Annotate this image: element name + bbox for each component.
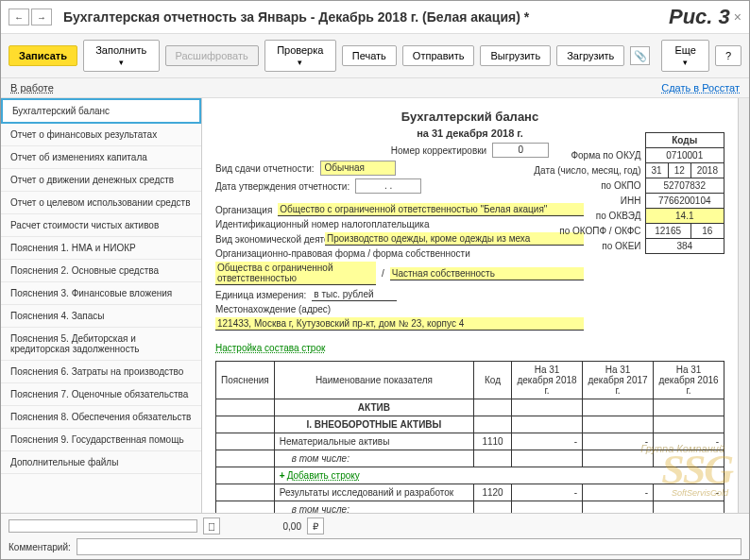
download-button[interactable]: Загрузить [556,45,624,66]
sidebar: Бухгалтерский баланс Отчет о финансовых … [1,98,202,513]
delivery-type-field[interactable]: Обычная [320,161,396,176]
figure-label: Рис. 3 [669,5,730,29]
codes-table: Коды Форма по ОКУД0710001 Дата (число, м… [528,132,724,254]
footer-slider[interactable] [9,519,197,533]
comment-label: Комментарий: [9,542,71,552]
check-button[interactable]: Проверка [264,40,336,72]
correction-label: Номер корректировки [391,145,486,156]
okud: 0710001 [645,148,724,163]
sidebar-item-notes4[interactable]: Пояснения 4. Запасы [1,305,201,328]
scrollbar[interactable] [738,98,749,513]
window-title: Бухгалтерская отчетность за Январь - Дек… [63,9,669,25]
balance-grid: Пояснения Наименование показателя Код На… [215,361,724,513]
approve-date-field[interactable]: . . [355,178,421,194]
sidebar-item-notes3[interactable]: Пояснения 3. Финансовые вложения [1,282,201,305]
comment-input[interactable] [77,538,741,555]
nav-back[interactable]: ← [9,8,29,25]
okved[interactable]: 14.1 [645,209,724,224]
sidebar-item-notes7[interactable]: Пояснения 7. Оценочные обязательства [1,383,201,406]
sidebar-item-notes8[interactable]: Пояснения 8. Обеспечения обязательств [1,406,201,429]
sidebar-item-files[interactable]: Дополнительные файлы [1,451,201,474]
currency-badge: ₽ [307,518,324,535]
upload-button[interactable]: Выгрузить [480,45,551,66]
sidebar-item-notes5[interactable]: Пояснения 5. Дебиторская и кредиторская … [1,328,201,361]
legal-form2-field[interactable]: Частная собственность [390,267,584,280]
form-title: Бухгалтерский баланс [215,110,724,124]
footer-value: 0,00 [226,521,301,532]
sidebar-item-cashflow[interactable]: Отчет о движении денежных средств [1,169,201,192]
sidebar-item-net-assets[interactable]: Расчет стоимости чистых активов [1,214,201,237]
legal-form1-field[interactable]: Общества с ограниченной ответственностью [215,262,376,285]
inn: 7766200104 [645,194,724,209]
sidebar-item-notes2[interactable]: Пояснения 2. Основные средства [1,260,201,282]
write-button[interactable]: Записать [9,45,77,66]
nav-fwd[interactable]: → [31,8,52,25]
sidebar-item-notes6[interactable]: Пояснения 6. Затраты на производство [1,361,201,383]
sidebar-item-balance[interactable]: Бухгалтерский баланс [1,98,201,124]
send-button[interactable]: Отправить [402,45,475,66]
sidebar-item-notes9[interactable]: Пояснения 9. Государственная помощь [1,429,201,451]
add-row-link[interactable]: Добавить строку [287,470,360,481]
form-content: Бухгалтерский баланс на 31 декабря 2018 … [202,98,738,513]
okpo: 52707832 [645,178,724,194]
sidebar-item-target-use[interactable]: Отчет о целевом использовании средств [1,192,201,214]
help-button[interactable]: ? [715,45,741,66]
print-button[interactable]: Печать [342,45,397,66]
slider-handle[interactable]: ⎕ [203,518,220,535]
address-field[interactable]: 121433, Москва г, Кутузовский пр-кт, дом… [215,317,584,331]
attach-icon[interactable]: 📎 [630,46,650,65]
more-button[interactable]: Еще [661,40,708,72]
grid-row: Результаты исследований и разработок1120… [216,484,724,501]
fill-button[interactable]: Заполнить [83,40,160,72]
sidebar-item-capital[interactable]: Отчет об изменениях капитала [1,146,201,169]
status-work[interactable]: В работе [10,82,54,93]
unit-field[interactable]: в тыс. рублей [312,288,397,301]
grid-row: Нематериальные активы1110--- [216,433,724,450]
sidebar-item-notes1[interactable]: Пояснения 1. НМА и НИОКР [1,237,201,260]
sidebar-item-fin-results[interactable]: Отчет о финансовых результатах [1,124,201,146]
submit-rosstat-link[interactable]: Сдать в Росстат [661,82,740,93]
row-settings-link[interactable]: Настройка состава строк [215,343,325,353]
plus-icon[interactable]: + [280,470,285,481]
close-icon[interactable]: × [734,9,741,25]
decode-button: Расшифровать [165,45,259,66]
